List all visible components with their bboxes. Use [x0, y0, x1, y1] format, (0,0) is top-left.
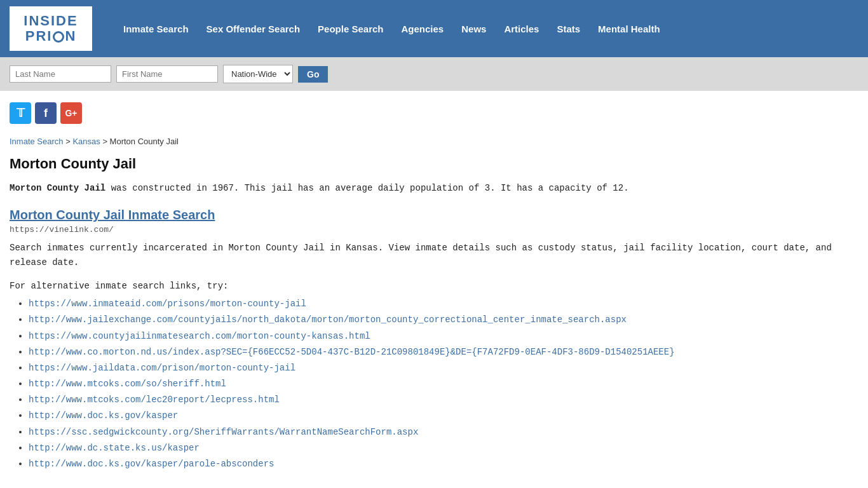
- page-title: Morton County Jail: [10, 156, 858, 172]
- breadcrumb-separator-1: >: [65, 137, 72, 146]
- logo-prison: PRIN: [24, 29, 78, 44]
- go-button[interactable]: Go: [298, 66, 328, 83]
- main-nav: Inmate Search Sex Offender Search People…: [102, 18, 669, 39]
- alt-link-4[interactable]: https://www.jaildata.com/prison/morton-c…: [29, 363, 295, 373]
- site-logo[interactable]: INSIDE PRIN: [10, 6, 92, 51]
- list-item: http://www.mtcoks.com/so/sheriff.html: [29, 376, 858, 392]
- nav-articles[interactable]: Articles: [495, 18, 548, 39]
- breadcrumb-inmate-search[interactable]: Inmate Search: [10, 137, 64, 146]
- alt-link-5[interactable]: http://www.mtcoks.com/so/sheriff.html: [29, 379, 226, 389]
- nav-people-search[interactable]: People Search: [309, 18, 392, 39]
- alt-link-2[interactable]: https://www.countyjailinmatesearch.com/m…: [29, 331, 370, 341]
- alt-link-10[interactable]: http://www.doc.ks.gov/kasper/parole-absc…: [29, 459, 274, 469]
- nav-stats[interactable]: Stats: [548, 18, 589, 39]
- nav-news[interactable]: News: [452, 18, 495, 39]
- google-plus-icon[interactable]: G+: [60, 102, 82, 124]
- main-content: Inmate Search > Kansas > Morton County J…: [0, 130, 868, 485]
- alt-links-list: https://www.inmateaid.com/prisons/morton…: [10, 296, 858, 472]
- alt-link-6[interactable]: http://www.mtcoks.com/lec20report/lecpre…: [29, 395, 280, 405]
- site-header: INSIDE PRIN Inmate Search Sex Offender S…: [0, 0, 868, 57]
- nav-agencies[interactable]: Agencies: [393, 18, 453, 39]
- first-name-input[interactable]: [116, 65, 218, 83]
- inmate-search-url: https://vinelink.com/: [10, 225, 858, 234]
- alt-link-9[interactable]: http://www.dc.state.ks.us/kasper: [29, 443, 200, 453]
- logo-circle-icon: [53, 31, 64, 43]
- breadcrumb-current: Morton County Jail: [110, 137, 179, 146]
- inmate-search-section: Morton County Jail Inmate Search https:/…: [10, 208, 858, 269]
- list-item: https://www.countyjailinmatesearch.com/m…: [29, 329, 858, 344]
- search-bar: Nation-Wide Go: [0, 57, 868, 91]
- list-item: https://www.inmateaid.com/prisons/morton…: [29, 296, 858, 312]
- breadcrumb-kansas[interactable]: Kansas: [72, 137, 100, 146]
- alt-link-0[interactable]: https://www.inmateaid.com/prisons/morton…: [29, 299, 306, 309]
- alt-link-8[interactable]: https://ssc.sedgwickcounty.org/SheriffWa…: [29, 427, 418, 437]
- alt-link-3[interactable]: http://www.co.morton.nd.us/index.asp?SEC…: [29, 347, 675, 357]
- list-item: http://www.doc.ks.gov/kasper: [29, 408, 858, 424]
- last-name-input[interactable]: [10, 65, 111, 83]
- alt-links-intro: For alternative inmate search links, try…: [10, 281, 858, 291]
- list-item: http://www.doc.ks.gov/kasper/parole-absc…: [29, 456, 858, 472]
- list-item: https://www.jaildata.com/prison/morton-c…: [29, 360, 858, 376]
- twitter-icon[interactable]: 𝕋: [10, 102, 31, 124]
- inmate-search-description: Search inmates currently incarcerated in…: [10, 241, 858, 269]
- inmate-search-link[interactable]: Morton County Jail Inmate Search: [10, 208, 215, 222]
- logo-inside: INSIDE: [24, 13, 78, 29]
- nav-mental-health[interactable]: Mental Health: [589, 18, 669, 39]
- list-item: http://www.dc.state.ks.us/kasper: [29, 440, 858, 456]
- alt-link-1[interactable]: http://www.jailexchange.com/countyjails/…: [29, 315, 627, 325]
- list-item: http://www.co.morton.nd.us/index.asp?SEC…: [29, 344, 858, 360]
- nav-sex-offender-search[interactable]: Sex Offender Search: [198, 18, 309, 39]
- nav-inmate-search[interactable]: Inmate Search: [114, 18, 198, 39]
- breadcrumb: Inmate Search > Kansas > Morton County J…: [10, 137, 858, 146]
- location-select[interactable]: Nation-Wide: [223, 65, 293, 83]
- alt-link-7[interactable]: http://www.doc.ks.gov/kasper: [29, 410, 178, 421]
- facebook-icon[interactable]: f: [35, 102, 57, 124]
- list-item: http://www.jailexchange.com/countyjails/…: [29, 312, 858, 328]
- list-item: https://ssc.sedgwickcounty.org/SheriffWa…: [29, 424, 858, 440]
- list-item: http://www.mtcoks.com/lec20report/lecpre…: [29, 392, 858, 408]
- social-icons: 𝕋 f G+: [0, 91, 868, 130]
- jail-name-bold: Morton County Jail: [10, 183, 105, 193]
- jail-description: Morton County Jail was constructed in 19…: [10, 181, 858, 195]
- description-rest: was constructed in 1967. This jail has a…: [105, 183, 628, 193]
- breadcrumb-separator-2: >: [102, 137, 109, 146]
